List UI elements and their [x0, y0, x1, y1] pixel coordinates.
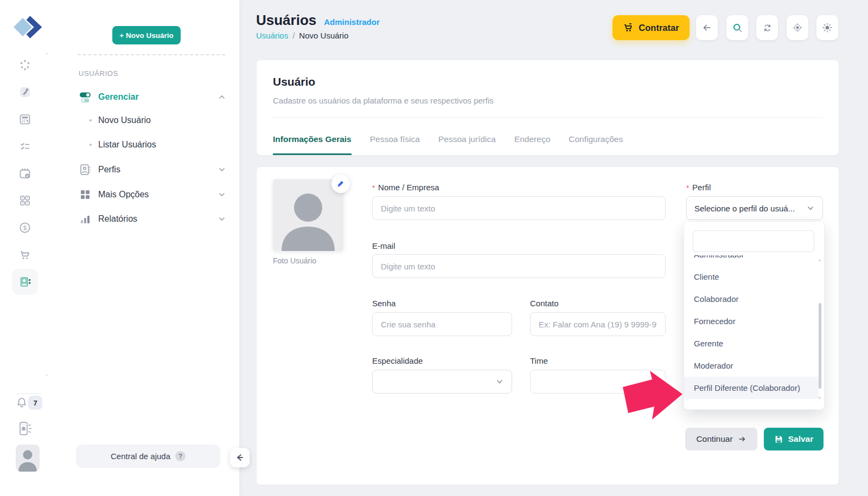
dropdown-option-list: Administrador Cliente Colaborador Fornec… [684, 255, 819, 403]
sidebar-item-perfis[interactable]: Perfis [79, 160, 226, 179]
dropdown-search-input[interactable] [693, 230, 814, 252]
dropdown-option-administrador[interactable]: Administrador [684, 255, 819, 266]
name-label: * Nome / Empresa [372, 183, 439, 192]
checklist-icon[interactable] [18, 140, 31, 153]
sidebar-item-label: Perfis [98, 165, 120, 175]
sidebar-item-label: Novo Usuário [98, 115, 151, 125]
pencil-icon [336, 179, 345, 188]
back-button[interactable] [696, 15, 718, 40]
dropdown-option-perfil-diferente[interactable]: Perfil Diferente (Colaborador) [684, 377, 819, 399]
chevron-down-icon [218, 190, 226, 199]
contract-button[interactable]: Contratar [612, 15, 690, 40]
tab-endereco[interactable]: Endereço [514, 134, 550, 155]
email-input[interactable] [372, 254, 666, 278]
team-label: Time [530, 356, 548, 365]
target-icon [792, 22, 803, 33]
card-subtitle: Cadastre os usuários da plataforma e seu… [273, 96, 494, 105]
question-icon: ? [175, 451, 186, 461]
refresh-icon [762, 23, 773, 33]
theme-toggle-button[interactable] [816, 15, 838, 40]
sidebar-item-relatorios[interactable]: Relatórios [79, 210, 226, 228]
breadcrumb-root-link[interactable]: Usuários [256, 31, 288, 40]
tab-informacoes-gerais[interactable]: Informações Gerais [273, 134, 352, 155]
dropdown-option-cliente[interactable]: Cliente [684, 266, 819, 288]
sidebar-item-label: Listar Usuários [98, 140, 156, 150]
sidebar-dashed-divider [78, 54, 225, 55]
sidebar-item-mais-opcoes[interactable]: Mais Opções [79, 185, 226, 204]
save-button[interactable]: Salvar [764, 428, 824, 450]
continue-button-label: Continuar [696, 434, 732, 444]
chevron-up-icon [218, 93, 226, 101]
scroll-down-icon: ▼ [818, 396, 822, 401]
contacts-icon[interactable] [18, 275, 31, 288]
page-header: Usuários Administrador [256, 12, 380, 29]
svg-text:$: $ [23, 224, 27, 231]
bell-icon[interactable] [15, 396, 28, 409]
floppy-disk-icon [774, 435, 783, 444]
push-notification-icon[interactable] [18, 421, 33, 438]
profile-label: * Perfil [686, 183, 711, 192]
tab-pessoa-juridica[interactable]: Pessoa jurídica [438, 134, 496, 155]
help-center-label: Central de ajuda [111, 452, 170, 461]
bullet-icon [90, 119, 92, 121]
team-input[interactable] [530, 370, 666, 394]
notification-count-badge[interactable]: 7 [28, 396, 42, 410]
tab-configuracoes[interactable]: Configurações [569, 134, 623, 155]
specialty-label: Especialidade [372, 356, 423, 365]
page-title: Usuários [256, 12, 316, 29]
profile-select-value: Selecione o perfil do usuá... [694, 204, 795, 213]
target-button[interactable] [787, 15, 808, 40]
password-label: Senha [372, 299, 395, 308]
save-button-label: Salvar [788, 434, 814, 444]
tab-bar: Informações Gerais Pessoa física Pessoa … [273, 134, 623, 155]
password-input[interactable] [372, 312, 512, 336]
continue-button[interactable]: Continuar [685, 428, 757, 450]
breadcrumb-separator: / [292, 31, 295, 40]
card-divider [273, 117, 822, 118]
bullet-icon [90, 144, 92, 146]
contact-label: Contato [530, 299, 559, 308]
dashboard-dots-icon[interactable] [18, 59, 31, 72]
cart-icon[interactable] [18, 248, 31, 261]
sidebar-section-title: USUÁRIOS [79, 69, 118, 78]
dollar-icon[interactable]: $ [18, 221, 31, 234]
sidebar-item-gerenciar[interactable]: Gerenciar [79, 88, 226, 106]
profile-select[interactable]: Selecione o perfil do usuá... [686, 196, 823, 220]
sidebar-item-label: Relatórios [98, 214, 137, 224]
tab-pessoa-fisica[interactable]: Pessoa física [370, 134, 420, 155]
dropdown-option-moderador[interactable]: Moderador [684, 355, 819, 377]
calculator-icon[interactable] [18, 113, 31, 126]
scroll-up-icon: ▲ [818, 257, 822, 262]
sidebar-item-novo-usuario[interactable]: Novo Usuário [90, 112, 151, 128]
design-pen-icon[interactable] [18, 86, 31, 99]
sidebar-item-listar-usuarios[interactable]: Listar Usuários [90, 137, 156, 153]
help-center-button[interactable]: Central de ajuda ? [76, 445, 220, 468]
specialty-select[interactable] [372, 370, 512, 394]
app-logo[interactable] [12, 14, 43, 41]
arrow-left-icon [235, 453, 245, 462]
arrow-right-icon [738, 435, 746, 443]
sidebar-collapse-button[interactable] [230, 448, 250, 467]
new-user-button[interactable]: + Novo Usuário [112, 26, 181, 44]
dropdown-option-fornecedor[interactable]: Fornecedor [684, 310, 819, 332]
sidebar: + Novo Usuário USUÁRIOS Gerenciar Novo U… [56, 0, 240, 496]
rail-divider [15, 394, 41, 394]
refresh-button[interactable] [756, 15, 778, 40]
edit-photo-button[interactable] [331, 175, 350, 193]
users-grid-icon[interactable] [18, 194, 31, 207]
dropdown-option-gerente[interactable]: Gerente [684, 332, 819, 355]
calendar-check-icon[interactable] [18, 167, 31, 180]
dropdown-scrollbar[interactable] [819, 303, 821, 389]
search-button[interactable] [726, 15, 748, 40]
dropdown-option-colaborador[interactable]: Colaborador [684, 288, 819, 310]
sun-icon [822, 22, 833, 33]
bar-chart-icon [79, 212, 92, 226]
rail-scroll-down-icon: ⌄ [44, 371, 49, 377]
chevron-down-icon [806, 204, 815, 212]
arrow-left-icon [701, 22, 712, 33]
sidebar-item-label: Mais Opções [98, 190, 149, 199]
user-photo-placeholder[interactable] [273, 179, 343, 251]
user-avatar[interactable] [16, 445, 40, 472]
name-input[interactable] [372, 196, 666, 220]
contact-input[interactable] [530, 312, 666, 336]
